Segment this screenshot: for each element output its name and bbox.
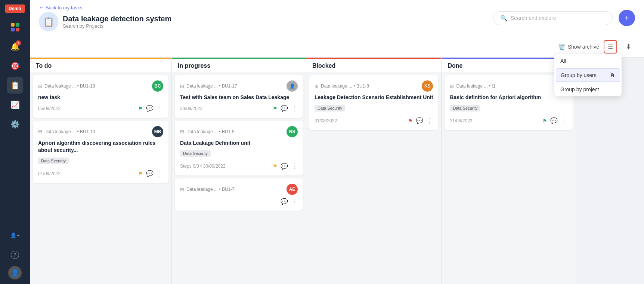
card-date: 01/09/2022: [38, 171, 61, 176]
search-placeholder: Search and explore: [511, 15, 556, 21]
card-title: Leakage Detection Scenario Establishment…: [315, 94, 433, 101]
flag-icon[interactable]: ⚑: [138, 106, 143, 112]
search-icon: 🔍: [500, 15, 508, 22]
filter-icon: ☰: [608, 43, 613, 51]
sidebar-item-help[interactable]: ?: [7, 247, 23, 263]
archive-icon: 🗑️: [558, 43, 566, 51]
user-avatar[interactable]: 👤: [8, 266, 22, 280]
flag-icon[interactable]: ⚑: [273, 163, 278, 169]
task-card[interactable]: ⊞Data leakage ... • BU1-18BCnew task05/0…: [33, 75, 168, 118]
show-archive-label: Show archive: [568, 44, 599, 50]
sidebar-logo[interactable]: [7, 19, 23, 35]
card-avatar: KS: [422, 80, 433, 92]
column-inprogress: In progress⊞Data leakage ... • BU1-17👤Te…: [172, 58, 306, 284]
flag-icon[interactable]: ⚑: [138, 171, 143, 177]
card-meta: ⊞Data leakage ... • BU1-9NS: [180, 126, 298, 137]
sidebar-item-notifications[interactable]: 🔔 1: [7, 38, 23, 55]
card-project-name: Data leakage ... • BU1-9: [186, 129, 235, 134]
comment-icon[interactable]: 💬: [281, 105, 288, 112]
project-title: Data leakage detection system: [63, 15, 171, 23]
card-footer: 05/08/2022⚑💬⋮: [38, 104, 163, 113]
sidebar-item-settings[interactable]: ⚙️: [7, 116, 23, 132]
card-title: Data Leakage Definition unit: [180, 140, 298, 147]
card-title: Basic definition for Apriori algorithm: [450, 94, 567, 101]
column-todo-body: ⊞Data leakage ... • BU1-18BCnew task05/0…: [30, 72, 171, 284]
add-button[interactable]: +: [619, 10, 635, 26]
comment-icon[interactable]: 💬: [146, 105, 154, 112]
card-actions: ⚑💬⋮: [273, 162, 298, 170]
comment-icon[interactable]: 💬: [281, 163, 288, 170]
column-inprogress-body: ⊞Data leakage ... • BU1-17👤Test with Sal…: [172, 72, 306, 284]
card-meta: ⊞Data leakage ... • BU1-18BC: [38, 80, 163, 92]
card-avatar: NS: [287, 126, 298, 137]
column-blocked-title: Blocked: [306, 59, 441, 72]
sidebar-item-tasks[interactable]: 📋: [7, 77, 23, 94]
goals-icon: 🎯: [10, 61, 20, 70]
more-options-icon[interactable]: ⋮: [291, 104, 298, 113]
card-project-name: Data leakage ... • I1: [456, 83, 495, 89]
card-title: Apriori algorithm discovering associatio…: [38, 140, 163, 154]
dropdown-item-all[interactable]: All: [554, 54, 622, 68]
card-footer: 💬⋮: [180, 197, 298, 205]
task-card[interactable]: ⊞Data leakage ... • BU1-8KSLeakage Detec…: [309, 75, 438, 130]
task-card[interactable]: ⊞Data leakage ... • BU1-7AE💬⋮: [175, 178, 303, 211]
card-date: 31/08/2022: [315, 118, 337, 123]
sidebar-item-add-user[interactable]: 👤+: [7, 227, 23, 244]
card-meta: ⊞Data leakage ... • BU1-8KS: [315, 80, 433, 92]
tasks-icon: 📋: [10, 81, 20, 90]
column-blocked-body: ⊞Data leakage ... • BU1-8KSLeakage Detec…: [306, 72, 441, 284]
card-actions: ⚑💬⋮: [138, 170, 163, 178]
card-project-icon: ⊞: [38, 83, 42, 89]
card-meta-left: ⊞Data leakage ... • BU1-9: [180, 129, 235, 134]
card-footer: Steps 0/3 • 30/09/2022⚑💬⋮: [180, 162, 298, 170]
comment-icon[interactable]: 💬: [146, 170, 154, 177]
analytics-icon: 📈: [10, 100, 20, 109]
task-card[interactable]: ⊞Data leakage ... • BU1-10MBApriori algo…: [33, 121, 168, 183]
more-options-icon[interactable]: ⋮: [561, 117, 567, 125]
card-title: Test with Sales team on Sales Data Leaka…: [180, 94, 298, 101]
main-content: ← Back to my tasks 📋 Data leakage detect…: [30, 0, 644, 284]
more-options-icon[interactable]: ⋮: [291, 162, 298, 170]
avatar-icon: 👤: [11, 269, 19, 277]
flag-icon[interactable]: ⚑: [408, 118, 413, 124]
task-card[interactable]: ⊞Data leakage ... • BU1-17👤Test with Sal…: [175, 75, 303, 118]
card-actions: ⚑💬⋮: [408, 117, 433, 125]
dropdown-item-group-users[interactable]: Group by users 🖱: [556, 68, 620, 82]
sidebar-item-analytics[interactable]: 📈: [7, 97, 23, 113]
comment-icon[interactable]: 💬: [416, 117, 423, 124]
search-bar[interactable]: 🔍 Search and explore: [493, 11, 613, 25]
more-options-icon[interactable]: ⋮: [291, 197, 298, 205]
card-project-name: Data leakage ... • BU1-7: [186, 187, 235, 192]
card-actions: 💬⋮: [281, 197, 298, 205]
card-footer: 01/09/2022⚑💬⋮: [38, 170, 163, 178]
help-icon: ?: [11, 251, 19, 259]
comment-icon[interactable]: 💬: [550, 117, 558, 124]
card-date: 31/08/2022: [450, 118, 472, 123]
sidebar-item-goals[interactable]: 🎯: [7, 58, 23, 74]
group-users-label: Group by users: [561, 72, 597, 78]
filter-button[interactable]: ☰: [604, 40, 617, 54]
card-title: new task: [38, 94, 163, 101]
show-archive-button[interactable]: 🗑️ Show archive: [558, 43, 599, 51]
card-date: 05/08/2022: [38, 106, 61, 111]
toolbar: 🗑️ Show archive ☰ ⬇ All Group by users 🖱…: [30, 36, 644, 58]
flag-icon[interactable]: ⚑: [542, 118, 547, 124]
download-button[interactable]: ⬇: [622, 40, 635, 54]
card-project-icon: ⊞: [38, 129, 42, 134]
card-avatar: MB: [152, 126, 163, 137]
more-options-icon[interactable]: ⋮: [157, 170, 163, 178]
task-card[interactable]: ⊞Data leakage ... • I1Basic definition f…: [445, 75, 573, 130]
flag-icon[interactable]: ⚑: [273, 106, 278, 112]
back-link[interactable]: ← Back to my tasks: [39, 4, 171, 10]
comment-icon[interactable]: 💬: [281, 198, 288, 205]
card-tag: Data Security: [38, 158, 69, 164]
card-meta: ⊞Data leakage ... • BU1-10MB: [38, 126, 163, 137]
card-actions: ⚑💬⋮: [542, 117, 567, 125]
card-tag: Data Security: [315, 105, 345, 112]
more-options-icon[interactable]: ⋮: [426, 117, 433, 125]
more-options-icon[interactable]: ⋮: [157, 104, 163, 113]
task-card[interactable]: ⊞Data leakage ... • BU1-9NSData Leakage …: [175, 121, 303, 176]
dropdown-item-group-project[interactable]: Group by project: [554, 83, 622, 96]
card-footer: 31/08/2022⚑💬⋮: [450, 117, 567, 125]
project-icon: 📋: [39, 12, 58, 31]
